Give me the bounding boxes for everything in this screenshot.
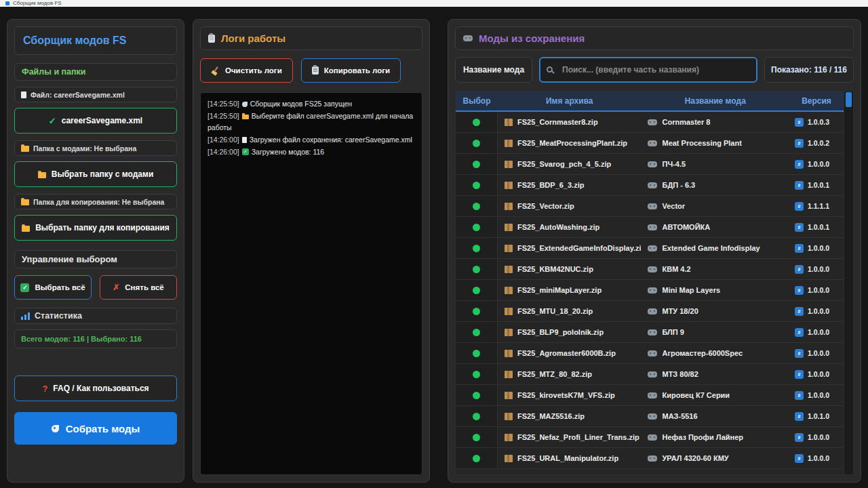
mod-version-cell: 1.0.0.0	[789, 259, 844, 279]
mod-version: 1.1.1.1	[808, 202, 829, 210]
package-icon	[505, 371, 513, 378]
selection-section-header: Управление выбором	[14, 250, 177, 268]
mod-select-toggle[interactable]	[456, 112, 498, 132]
mod-version: 1.0.0.3	[808, 118, 829, 126]
mod-select-toggle[interactable]	[456, 217, 498, 237]
package-icon	[505, 140, 513, 147]
mod-select-toggle[interactable]	[456, 364, 498, 384]
mod-name-cell: КВМ 4.2	[641, 259, 789, 279]
search-input[interactable]	[539, 57, 757, 83]
version-badge-icon	[795, 454, 804, 463]
copy-folder-label: Папка для копирования: Не выбрана	[14, 194, 177, 209]
question-mark-icon	[42, 384, 47, 393]
choose-mods-folder-button[interactable]: Выбрать папку с модами	[14, 161, 177, 187]
mod-version: 1.0.0.0	[808, 244, 829, 252]
browser-tab-title: Сборщик модов FS	[13, 1, 62, 6]
mod-archive-cell: FS25_KBM42NUC.zip	[498, 259, 641, 279]
select-all-label: Выбрать всё	[35, 283, 85, 291]
mod-select-toggle[interactable]	[456, 154, 498, 174]
scrollbar-thumb[interactable]	[846, 92, 852, 107]
files-section-header: Файлы и папки	[14, 63, 177, 81]
mod-version: 1.0.0.0	[808, 160, 829, 168]
bar-chart-icon	[21, 312, 31, 320]
mod-select-toggle[interactable]	[456, 427, 498, 447]
logs-title: Логи работы	[221, 33, 285, 44]
mod-select-toggle[interactable]	[456, 238, 498, 258]
select-all-button[interactable]: Выбрать всё	[14, 275, 92, 300]
mod-title: ПЧ-4.5	[662, 160, 686, 168]
gamepad-icon	[648, 245, 657, 251]
selected-indicator-icon	[473, 161, 480, 168]
mod-version-cell: 1.0.0.0	[789, 301, 844, 321]
mod-select-toggle[interactable]	[456, 322, 498, 342]
selected-indicator-icon	[473, 182, 480, 189]
log-line: [14:26:00]Загружено модов: 116	[208, 146, 415, 157]
selected-indicator-icon	[473, 371, 480, 378]
stats-summary: Всего модов: 116 | Выбрано: 116	[14, 329, 177, 348]
table-row: FS25_MTU_18_20.zip МТУ 18/20 1.0.0.0	[456, 301, 844, 322]
selected-indicator-icon	[473, 287, 480, 294]
mods-header: Моды из сохранения	[455, 26, 854, 50]
folder-icon	[21, 146, 29, 152]
selected-indicator-icon	[473, 413, 480, 420]
search-field-wrap	[539, 57, 757, 83]
mod-select-toggle[interactable]	[456, 343, 498, 363]
table-row: FS25_Svarog_pch_4_5.zip ПЧ-4.5 1.0.0.0	[456, 154, 844, 175]
mod-archive-name: FS25_Cornmaster8.zip	[517, 118, 598, 126]
table-row: FS25_BDP_6_3.zip БДП - 6.3 1.0.0.1	[456, 175, 844, 196]
log-output[interactable]: [14:25:50]Сборщик модов FS25 запущен [14…	[200, 92, 422, 475]
mod-select-toggle[interactable]	[456, 406, 498, 426]
stats-section-header: Статистика	[14, 308, 177, 324]
gamepad-icon	[648, 350, 657, 357]
mod-archive-name: FS25_URAL_Manipulator.zip	[517, 454, 618, 462]
mod-select-toggle[interactable]	[456, 280, 498, 300]
gamepad-icon	[648, 413, 657, 420]
mods-title: Моды из сохранения	[479, 33, 585, 44]
deselect-all-button[interactable]: Снять всё	[100, 275, 177, 300]
package-icon	[505, 245, 513, 252]
table-row: FS25_ExtendedGameInfoDisplay.zip Extende…	[456, 238, 844, 259]
version-badge-icon	[795, 349, 804, 358]
log-entry-icon	[242, 115, 249, 119]
gamepad-icon	[648, 182, 657, 188]
log-message: Загружен файл сохранения: careerSavegame…	[250, 136, 412, 144]
browser-tab-bar[interactable]: Сборщик модов FS	[0, 0, 868, 7]
mod-name-cell: Mini Map Layers	[641, 280, 789, 300]
mod-name-cell: Кировец К7 Серии	[641, 385, 789, 405]
selected-indicator-icon	[473, 224, 480, 231]
mod-version: 1.0.0.1	[808, 181, 829, 189]
table-row: FS25_Cornmaster8.zip Cornmaster 8 1.0.0.…	[456, 112, 844, 133]
copy-logs-button[interactable]: Копировать логи	[301, 58, 401, 83]
mod-title: БЛП 9	[662, 328, 684, 336]
choose-savegame-button[interactable]: careerSavegame.xml	[14, 108, 177, 134]
mod-title: Нефаз Профи Лайнер	[662, 433, 743, 441]
mods-filter-row: Название мода Показано: 116 / 116	[455, 57, 854, 83]
mod-name-cell: УРАЛ 4320-60 КМУ	[641, 448, 789, 468]
mod-archive-name: FS25_Vector.zip	[517, 202, 574, 210]
choose-copy-folder-button[interactable]: Выбрать папку для копирования	[14, 215, 177, 241]
clear-logs-button[interactable]: Очистить логи	[200, 58, 293, 83]
table-row: FS25_MeatProcessingPlant.zip Meat Proces…	[456, 133, 844, 154]
mod-version-cell: 1.0.0.0	[789, 448, 844, 468]
table-scrollbar[interactable]	[844, 92, 853, 474]
mod-select-toggle[interactable]	[456, 175, 498, 195]
mod-select-toggle[interactable]	[456, 448, 498, 468]
faq-button[interactable]: FAQ / Как пользоваться	[14, 375, 177, 401]
version-badge-icon	[795, 412, 804, 421]
mod-select-toggle[interactable]	[456, 133, 498, 153]
mod-title: БДП - 6.3	[662, 181, 695, 189]
mod-archive-cell: FS25_MTZ_80_82.zip	[498, 364, 641, 384]
gamepad-icon	[648, 434, 657, 441]
log-line: [14:25:50]Выберите файл careerSavegame.x…	[208, 110, 415, 133]
mod-select-toggle[interactable]	[456, 259, 498, 279]
mod-archive-cell: FS25_Agromaster6000B.zip	[498, 343, 641, 363]
mod-version-cell: 1.0.1.0	[789, 406, 844, 426]
collect-mods-button[interactable]: Собрать моды	[14, 412, 177, 445]
version-badge-icon	[795, 139, 804, 148]
mod-select-toggle[interactable]	[456, 301, 498, 321]
mod-title: МТЗ 80/82	[662, 370, 698, 378]
mod-name-cell: МТЗ 80/82	[641, 364, 789, 384]
mod-version: 1.0.1.0	[808, 412, 829, 420]
mod-select-toggle[interactable]	[456, 196, 498, 216]
mod-select-toggle[interactable]	[456, 385, 498, 405]
